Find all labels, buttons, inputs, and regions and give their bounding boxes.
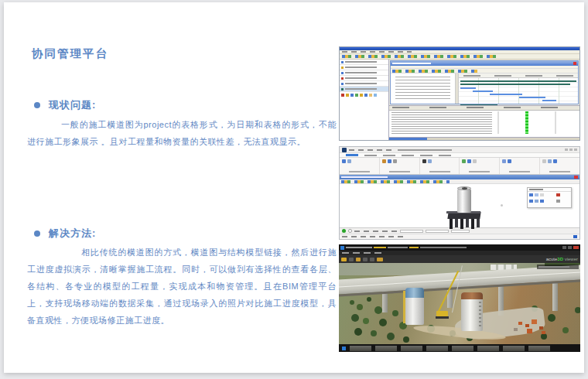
brand-3d: 3D — [557, 257, 563, 261]
palette-icon — [529, 200, 533, 203]
toolbar — [340, 54, 579, 60]
menu-item — [342, 252, 349, 254]
brand-viewer: viewer — [563, 257, 578, 261]
app-logo-icon — [340, 246, 344, 250]
palette-buttons — [528, 198, 571, 204]
ribbon-group — [500, 158, 540, 174]
close-icon — [573, 246, 579, 249]
gantt-task-bar — [473, 90, 493, 92]
list-item — [340, 60, 388, 65]
tool-icon — [382, 159, 386, 163]
pile — [450, 219, 453, 229]
tool-icon — [467, 159, 471, 163]
maximize-icon — [568, 246, 572, 249]
period-label — [525, 75, 542, 77]
ribbon-group — [460, 158, 500, 174]
item-icon — [341, 61, 344, 63]
page-title: 协同管理平台 — [32, 46, 108, 61]
ribbon — [340, 158, 579, 175]
thumbnail-filmstrip — [339, 344, 580, 352]
gantt-window — [390, 60, 579, 104]
project-list-pane — [340, 60, 389, 141]
status-text — [342, 236, 404, 237]
tool-icon — [342, 159, 346, 163]
item-label — [345, 61, 377, 63]
reality-model-view — [339, 263, 580, 344]
gantt-task-bar — [542, 100, 556, 101]
ribbon-group-label — [389, 171, 410, 172]
yellow-scaffold — [403, 291, 405, 323]
section2-heading: 解决方法: — [49, 227, 96, 241]
column-header — [392, 107, 409, 108]
menu-item — [374, 252, 381, 254]
viaduct-pier — [552, 282, 558, 311]
tool-icon — [548, 159, 552, 163]
formwork-ladder — [479, 302, 481, 326]
document-title-text — [398, 149, 452, 151]
gantt-task-bar — [490, 94, 522, 95]
app-titlebar — [340, 147, 579, 153]
brand-logo: acute3D viewer — [546, 257, 578, 261]
gantt-window-title-text — [392, 63, 431, 64]
item-label — [345, 72, 377, 73]
floating-tool-palette — [527, 187, 572, 208]
watermark-badge — [537, 265, 579, 269]
ribbon-tab — [439, 155, 451, 156]
resource-table-pane — [389, 105, 579, 138]
task-tree-pane — [391, 73, 459, 104]
item-icon — [341, 88, 344, 90]
maximize-icon — [569, 149, 573, 151]
piles — [450, 219, 480, 229]
blue-icon — [364, 94, 368, 97]
palette-icon — [535, 200, 538, 203]
item-icon — [341, 77, 344, 80]
scrollbar — [455, 73, 458, 104]
yellow-icon — [360, 94, 363, 97]
ribbon-group — [340, 158, 380, 174]
palette-buttons — [528, 192, 571, 198]
app-body — [340, 60, 579, 141]
period-label — [463, 75, 480, 77]
ribbon-tab-active — [346, 154, 358, 156]
ribbon-group-icons — [542, 159, 577, 163]
pier-formwork-left — [405, 288, 424, 325]
select-icon — [356, 258, 361, 261]
status-bar — [340, 234, 579, 239]
green-icon — [355, 94, 358, 97]
tool-icon — [388, 159, 391, 163]
crane-tracks — [436, 316, 449, 319]
menu-item — [353, 252, 360, 254]
construction-materials — [518, 322, 522, 325]
table-green-status-column — [525, 111, 528, 135]
gantt-task-bar — [519, 97, 545, 98]
ribbon-tab — [364, 155, 377, 156]
ribbon-group-label — [429, 171, 450, 172]
gantt-chart-pane — [459, 73, 578, 104]
model-toolbar-icons — [341, 180, 450, 183]
minimize-icon — [562, 246, 566, 249]
task-tree-rows — [395, 77, 450, 101]
palette-icon — [540, 193, 544, 196]
tool-icon — [347, 159, 351, 163]
bullet-icon — [34, 102, 40, 108]
status-indicator-icon — [573, 235, 577, 238]
ribbon-group-icons — [462, 159, 497, 163]
viewer-titlebar — [339, 244, 580, 251]
list-item — [340, 65, 388, 70]
pile — [466, 219, 469, 227]
item-icon — [341, 83, 344, 85]
photo-thumbnail — [477, 346, 499, 351]
breadcrumb-path — [354, 230, 398, 232]
tool-icon — [428, 159, 432, 163]
gantt-task-bar — [460, 87, 476, 89]
yellow-icon — [346, 94, 349, 97]
section2-body: 相比传统的横道图的方式，横道图与结构模型链接，然后进行施工进度虚拟演示，清晰掌握… — [27, 244, 337, 329]
tool-icon — [393, 159, 397, 163]
ribbon-group — [420, 158, 460, 174]
slide-stage: 协同管理平台 现状问题: 一般的施工横道图为project的表格形式，为日期和表… — [0, 0, 588, 379]
menu-items-text — [342, 51, 412, 53]
gantt-timescale-header — [459, 73, 578, 78]
item-icon — [341, 67, 344, 69]
shortcut-icons — [340, 92, 378, 98]
photo-thumbnail — [503, 346, 525, 351]
